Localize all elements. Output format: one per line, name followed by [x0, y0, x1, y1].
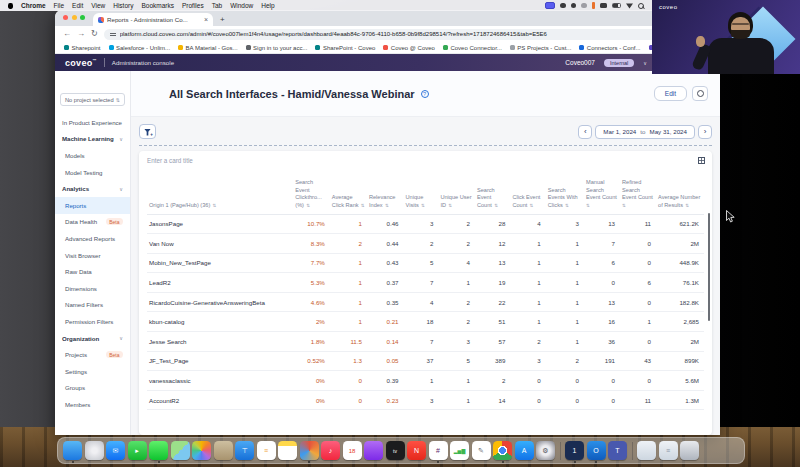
dock-icon-calendar[interactable]: 18 — [343, 441, 362, 460]
card-scrollbar[interactable] — [708, 213, 711, 321]
menu-profiles[interactable]: Profiles — [182, 2, 204, 9]
bookmark-item[interactable]: PS Projects - Cust... — [510, 45, 572, 51]
dock-icon-safari[interactable] — [300, 441, 319, 460]
bookmark-item[interactable]: SharePoint - Coveo — [315, 45, 375, 51]
tab-close-icon[interactable]: × — [204, 16, 208, 23]
sidebar-item-machine-learning[interactable]: Machine Learning∨ — [55, 131, 130, 148]
bookmark-item[interactable]: BA Material - Gos... — [178, 45, 238, 51]
sidebar-item-dimensions[interactable]: Dimensions — [55, 280, 130, 297]
table-row[interactable]: Van Now8.3%20.44221211702M — [147, 234, 704, 254]
dock-icon-system-settings[interactable]: ⚙ — [536, 441, 555, 460]
recording-icon[interactable] — [592, 2, 596, 9]
column-header[interactable]: Average Number of Results ⇅ — [656, 170, 704, 214]
column-header[interactable]: Search Events With Clicks ⇅ — [546, 170, 584, 214]
status-icon-3[interactable] — [581, 3, 587, 9]
dock-icon-launchpad[interactable] — [85, 441, 104, 460]
column-header[interactable]: Unique Visits ⇅ — [404, 170, 439, 214]
wifi-icon[interactable] — [626, 3, 633, 9]
sort-icon[interactable]: ⇅ — [360, 203, 365, 208]
dock-icon-apple-tv[interactable]: tv — [386, 441, 405, 460]
table-row[interactable]: JasonsPage10.7%10.463228431311621.2K — [147, 214, 704, 234]
column-header[interactable]: Search Event Count ⇅ — [475, 170, 510, 214]
menu-window[interactable]: Window — [230, 2, 253, 9]
edit-button[interactable]: Edit — [654, 86, 687, 101]
sidebar-item-data-health[interactable]: Data HealthBeta — [55, 214, 130, 231]
card-title-input[interactable]: Enter a card title — [147, 157, 704, 164]
sidebar-item-projects[interactable]: ProjectsBeta — [55, 346, 130, 363]
project-select[interactable]: No project selected ⇅ — [60, 93, 125, 106]
bookmark-item[interactable]: Sharepoint — [64, 45, 101, 51]
sort-icon[interactable]: ⇅ — [305, 203, 310, 208]
sort-icon[interactable]: ⇅ — [622, 203, 626, 208]
table-view-icon[interactable] — [698, 157, 705, 164]
sort-icon[interactable]: ⇅ — [564, 203, 569, 208]
sort-icon[interactable]: ⇅ — [384, 203, 389, 208]
dashboard-options-button[interactable] — [692, 86, 708, 101]
dock-icon-notes[interactable] — [278, 441, 297, 460]
sort-icon[interactable]: ⇅ — [420, 203, 425, 208]
sidebar-item-members[interactable]: Members — [55, 396, 130, 413]
column-header[interactable]: Relevance Index ⇅ — [367, 170, 404, 214]
sidebar-item-named-filters[interactable]: Named Filters — [55, 297, 130, 314]
spotlight-icon[interactable] — [638, 3, 644, 9]
sort-icon[interactable]: ⇅ — [684, 203, 689, 208]
status-icon-1[interactable] — [560, 3, 566, 9]
apple-icon[interactable] — [8, 3, 13, 9]
url-text[interactable]: platform.cloud.coveo.com/admin/#/coveo00… — [120, 31, 681, 37]
menu-history[interactable]: History — [113, 2, 133, 9]
table-row[interactable]: kbun-catalog2%10.2118251111612,685 — [147, 312, 704, 332]
table-row[interactable]: Jesse Search1.8%11.50.147357213602M — [147, 332, 704, 352]
address-bar[interactable]: platform.cloud.coveo.com/admin/#/coveo00… — [104, 29, 697, 40]
prev-period-button[interactable]: ‹ — [578, 125, 592, 139]
sidebar-item-settings[interactable]: Settings — [55, 363, 130, 380]
dock-icon-documents-folder[interactable]: ≡ — [659, 441, 678, 460]
sort-icon[interactable]: ⇅ — [493, 203, 498, 208]
column-header[interactable]: Origin 1 (Page/Hub) (36) ⇅ — [147, 170, 293, 214]
coveo-logo[interactable]: coveo™ — [65, 58, 97, 68]
dock-icon-photos[interactable] — [192, 441, 211, 460]
zoom-window-button[interactable] — [80, 15, 85, 20]
next-period-button[interactable]: › — [698, 125, 712, 139]
dock-icon-reminders[interactable]: ≡ — [257, 441, 276, 460]
browser-tab[interactable]: Reports - Administration Co... × — [93, 13, 213, 26]
sort-icon[interactable]: ⇅ — [528, 203, 533, 208]
dock-icon-maps[interactable] — [171, 441, 190, 460]
sort-icon[interactable]: ⇅ — [447, 203, 452, 208]
sidebar-item-organization[interactable]: Organization∨ — [55, 330, 130, 347]
column-header[interactable]: Unique User ID ⇅ — [438, 170, 475, 214]
sidebar-item-groups[interactable]: Groups — [55, 380, 130, 397]
new-tab-button[interactable]: + — [220, 15, 225, 24]
bookmark-item[interactable]: Coveo Connector... — [443, 45, 502, 51]
dock-icon-trash[interactable] — [680, 441, 699, 460]
menu-chrome[interactable]: Chrome — [21, 2, 46, 9]
menu-file[interactable]: File — [54, 2, 64, 9]
sort-icon[interactable]: ⇅ — [586, 203, 590, 208]
org-chevron-down-icon[interactable]: ∨ — [643, 60, 647, 66]
dock-icon-textedit[interactable]: ✎ — [472, 441, 491, 460]
bookmark-item[interactable]: Connectors - Conf... — [579, 45, 640, 51]
org-name[interactable]: Coveo007 — [565, 59, 595, 66]
table-row[interactable]: JF_Test_Page0.52%1.30.053753893219143899… — [147, 351, 704, 371]
dock-icon-downloads-folder[interactable] — [637, 441, 656, 460]
close-window-button[interactable] — [63, 15, 68, 20]
menu-bookmarks[interactable]: Bookmarks — [141, 2, 174, 9]
display-icon[interactable] — [600, 3, 607, 8]
screen-share-icon[interactable] — [545, 2, 555, 9]
reload-icon[interactable]: ↻ — [91, 30, 98, 38]
sidebar-item-in-product-experience[interactable]: In Product Experience — [55, 114, 130, 131]
dock-icon-finder[interactable] — [63, 441, 82, 460]
bookmark-item[interactable]: Coveo @ Coveo — [383, 45, 435, 51]
dock-icon-slack[interactable]: # — [429, 441, 448, 460]
dock-icon-chrome[interactable] — [493, 441, 512, 460]
sidebar-item-visit-browser[interactable]: Visit Browser — [55, 247, 130, 264]
dock-icon-podcasts[interactable] — [364, 441, 383, 460]
add-filter-button[interactable]: + — [139, 124, 156, 139]
sidebar-item-analytics[interactable]: Analytics∨ — [55, 180, 130, 197]
site-settings-icon[interactable] — [110, 31, 116, 37]
date-range-picker[interactable]: Mar 1, 2024 to May 31, 2024 — [595, 125, 695, 139]
table-row[interactable]: vanessaclassic0%00.3911200005.6M — [147, 371, 704, 391]
status-icon-2[interactable] — [571, 3, 577, 9]
dock-icon-messages[interactable] — [149, 441, 168, 460]
sidebar-item-model-testing[interactable]: Model Testing — [55, 164, 130, 181]
column-header[interactable]: Click Event Count ⇅ — [510, 170, 545, 214]
